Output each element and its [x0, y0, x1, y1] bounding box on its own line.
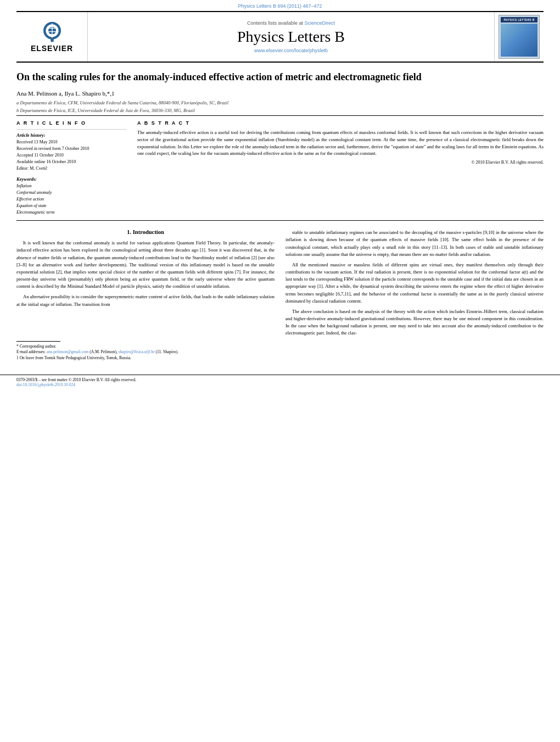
email2-link[interactable]: shapiro@fisica.ufjf.br	[119, 349, 155, 354]
keyword-3: Effective action	[16, 196, 126, 203]
cover-image-area: PHYSICS LETTERS B	[494, 12, 544, 62]
cover-title: PHYSICS LETTERS B	[501, 17, 537, 23]
right-para2: All the mentioned massive or massless fi…	[285, 261, 544, 305]
email1-name: (A.M. Pelinson),	[89, 349, 117, 354]
journal-header: ELSEVIER Contents lists available at Sci…	[16, 11, 544, 63]
doi-link[interactable]: doi:10.1016/j.physletb.2010.10.024	[16, 382, 75, 387]
article-info-column: A R T I C L E I N F O Article history: R…	[16, 120, 126, 216]
keyword-4: Equation of state	[16, 203, 126, 209]
issn-line: 0370-2693/$ – see front matter © 2010 El…	[16, 377, 544, 382]
keywords-label: Keywords:	[16, 176, 126, 182]
citation-text: Physics Letters B 694 (2011) 467–472	[238, 3, 322, 9]
article-info-label: A R T I C L E I N F O	[16, 120, 126, 126]
article-title: On the scaling rules for the anomaly-ind…	[16, 71, 544, 83]
sciencedirect-line: Contents lists available at ScienceDirec…	[247, 20, 335, 26]
history-label: Article history:	[16, 132, 126, 138]
journal-title-area: Contents lists available at ScienceDirec…	[88, 12, 494, 62]
email1-link[interactable]: ana.pelinson@gmail.com	[47, 349, 88, 354]
right-column: stable to unstable inflationary regimes …	[285, 229, 544, 361]
section1-para1: It is well known that the conformal anom…	[16, 239, 275, 290]
authors-line: Ana M. Pelinson a, Ilya L. Shapiro b,*,1	[16, 90, 544, 97]
affiliation-a: a Departamento de Fisica, CFM, Universid…	[16, 100, 544, 107]
corresponding-author: * Corresponding author.	[16, 344, 275, 350]
accepted-date: Accepted 11 October 2010	[16, 152, 126, 159]
logo-area: ELSEVIER	[16, 12, 88, 62]
abstract-column: A B S T R A C T The anomaly-induced effe…	[137, 120, 544, 216]
abstract-text: The anomaly-induced effective action is …	[137, 129, 544, 157]
email-footnote: E-mail addresses: ana.pelinson@gmail.com…	[16, 349, 275, 355]
left-column: 1. Introduction It is well known that th…	[16, 229, 275, 361]
editor-line: Editor: M. Cvetič	[16, 165, 126, 172]
article-content: On the scaling rules for the anomaly-ind…	[16, 63, 544, 369]
received-date: Received 13 May 2010	[16, 139, 126, 146]
copyright-line: © 2010 Elsevier B.V. All rights reserved…	[137, 160, 544, 165]
journal-cover: PHYSICS LETTERS B	[499, 15, 540, 59]
bottom-bar: 0370-2693/$ – see front matter © 2010 El…	[0, 375, 560, 389]
authors-text: Ana M. Pelinson a, Ilya L. Shapiro b,*,1	[16, 90, 114, 97]
elsevier-logo: ELSEVIER	[31, 21, 73, 53]
main-content: 1. Introduction It is well known that th…	[16, 229, 544, 361]
available-date: Available online 16 October 2010	[16, 159, 126, 165]
cover-decoration	[501, 24, 537, 57]
email2-name: (11. Shapiro).	[156, 349, 178, 354]
right-para3: The above conclusion is based on the ana…	[285, 308, 544, 337]
info-divider	[16, 129, 126, 130]
page: Physics Letters B 694 (2011) 467–472	[0, 0, 560, 742]
keyword-2: Conformal anomaly	[16, 189, 126, 196]
affiliation-b: b Departamento de Fisica, ICE, Universid…	[16, 108, 544, 114]
section1-heading: 1. Introduction	[16, 229, 275, 235]
elsevier-wordmark: ELSEVIER	[31, 44, 73, 53]
section1-para2: An alternative possibility is to conside…	[16, 293, 275, 308]
sciencedirect-prefix: Contents lists available at	[247, 20, 303, 26]
info-abstract-section: A R T I C L E I N F O Article history: R…	[16, 115, 544, 221]
keyword-5: Electromagnetic term	[16, 209, 126, 216]
received-revised-date: Received in revised form 7 October 2010	[16, 146, 126, 152]
citation-bar: Physics Letters B 694 (2011) 467–472	[0, 0, 560, 11]
email-prefix: E-mail addresses:	[16, 349, 46, 354]
sciencedirect-link[interactable]: ScienceDirect	[305, 20, 335, 26]
abstract-label: A B S T R A C T	[137, 120, 544, 126]
journal-url[interactable]: www.elsevier.com/locate/physletb	[254, 48, 328, 53]
elsevier-tree-icon	[36, 21, 69, 43]
issn-text: 0370-2693/$ – see front matter © 2010 El…	[16, 377, 136, 382]
footnote1-text: 1 On leave from Tomsk State Pedagogical …	[16, 355, 275, 361]
journal-title: Physics Letters B	[237, 28, 345, 46]
editor-name: M. Cvetič	[30, 166, 47, 171]
right-para1: stable to unstable inflationary regimes …	[285, 229, 544, 258]
editor-label: Editor:	[16, 166, 29, 171]
corresponding-label: * Corresponding author.	[16, 344, 57, 349]
doi-line: doi:10.1016/j.physletb.2010.10.024	[16, 382, 544, 387]
footnote-divider	[16, 341, 60, 342]
keyword-1: Inflation	[16, 183, 126, 189]
